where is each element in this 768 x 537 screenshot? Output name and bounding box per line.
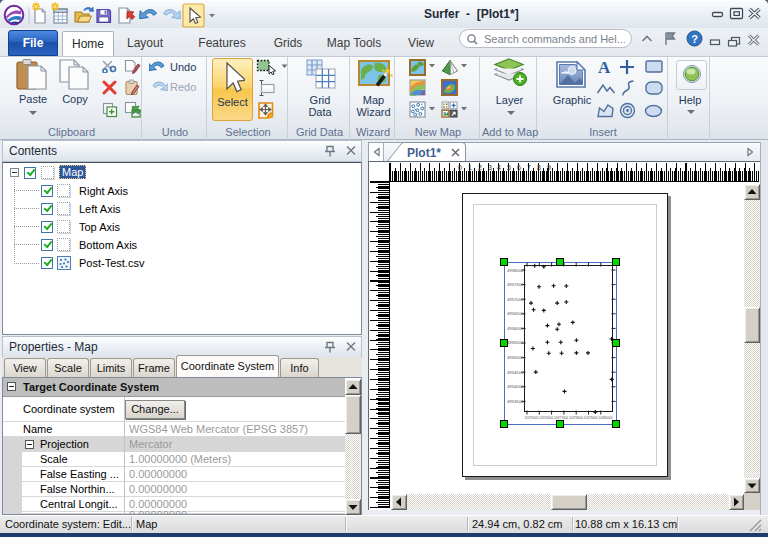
svg-text:4955500: 4955500 [507, 340, 524, 345]
svg-text:4954500: 4954500 [507, 370, 524, 375]
svg-text:4956500: 4956500 [507, 311, 524, 316]
svg-text:4956000: 4956000 [507, 326, 524, 331]
svg-text:4957500: 4957500 [507, 282, 524, 287]
svg-text:4957000: 4957000 [507, 297, 524, 302]
svg-text:4954000: 4954000 [507, 384, 524, 389]
svg-text:4953500: 4953500 [507, 399, 524, 404]
svg-text:10375000 10376000 10377000 103: 10375000 10376000 10377000 10378000 1037… [525, 415, 613, 420]
svg-text:?: ? [691, 33, 698, 45]
svg-text:4955000: 4955000 [507, 355, 524, 360]
svg-text:4958000: 4958000 [507, 268, 524, 273]
